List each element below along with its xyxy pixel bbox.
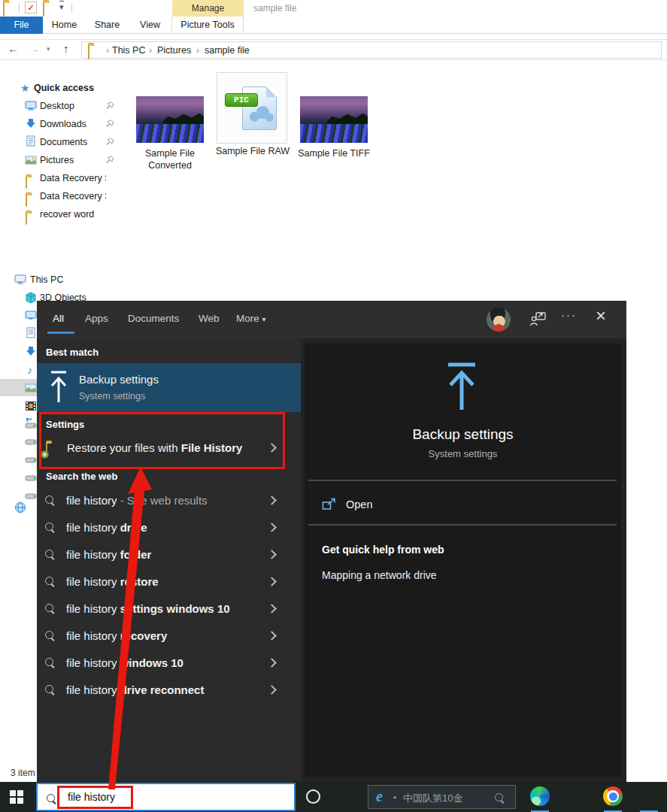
chevron-right-icon — [267, 495, 277, 505]
desktop-icon — [25, 100, 37, 112]
ellipsis-menu-icon[interactable]: ··· — [561, 308, 577, 321]
sidebar-item-data-recovery-1[interactable]: Data Recovery Softw — [0, 169, 119, 187]
tab-view[interactable]: View — [129, 17, 171, 34]
downloads-icon — [25, 118, 37, 130]
search-icon — [45, 495, 54, 504]
tab-picture-tools[interactable]: Picture Tools — [171, 17, 244, 34]
sidebar-item-data-recovery-2[interactable]: Data Recovery Softw — [0, 187, 119, 205]
ribbon-tab-bar: File Home Share View Picture Tools — [0, 17, 667, 34]
search-panel-header: All Apps Documents Web More ▾ ··· × — [37, 301, 626, 338]
breadcrumb-pictures[interactable]: Pictures — [157, 45, 191, 56]
chrome-icon[interactable] — [603, 786, 623, 806]
suggestion-prefix: file history — [66, 683, 120, 696]
start-button[interactable] — [10, 790, 23, 804]
search-the-web-header: Search the web — [46, 471, 117, 482]
drive-icon — [25, 472, 37, 484]
web-suggestion-row[interactable]: file history recovery — [37, 625, 301, 649]
sidebar-item-label: This PC — [30, 271, 63, 289]
tab-documents[interactable]: Documents — [128, 313, 179, 324]
network-icon — [14, 501, 26, 514]
sidebar-item-label: Desktop — [40, 97, 74, 115]
tab-more[interactable]: More ▾ — [236, 313, 266, 324]
sidebar-item-label: Data Recovery Softw — [40, 169, 106, 187]
local-disk-icon — [25, 417, 37, 429]
qat-properties-check-icon[interactable]: ✓ — [25, 2, 37, 14]
this-pc-icon — [14, 274, 26, 286]
web-suggestion-row[interactable]: file history - See web results — [37, 489, 301, 514]
user-avatar[interactable] — [487, 308, 511, 332]
breadcrumb-this-pc[interactable]: This PC — [112, 45, 145, 56]
pin-icon — [106, 102, 114, 110]
edge-icon[interactable] — [530, 786, 550, 806]
breadcrumb-separator: › — [192, 45, 204, 56]
web-suggestion-row[interactable]: file history drive — [37, 517, 301, 541]
ie-search-widget[interactable]: e ▴ 中国队第10金 — [368, 785, 516, 809]
status-bar-items-count: 3 item — [11, 768, 35, 778]
3d-objects-icon — [25, 292, 37, 304]
back-icon[interactable]: ← — [8, 42, 19, 55]
manage-tab[interactable]: Manage — [172, 0, 244, 17]
sidebar-item-pictures[interactable]: Pictures — [0, 151, 119, 169]
search-icon — [45, 604, 54, 613]
tab-all[interactable]: All — [53, 313, 64, 324]
documents-icon — [25, 327, 37, 339]
recent-locations-chevron-icon[interactable]: ▾ — [47, 45, 50, 53]
pin-icon — [106, 156, 114, 164]
suggestion-suffix: - See web results — [117, 494, 208, 507]
sidebar-item-label: Quick access — [34, 79, 94, 97]
pin-icon — [106, 120, 114, 128]
search-icon — [495, 793, 504, 802]
chevron-right-icon — [267, 577, 277, 586]
web-suggestion-row[interactable]: file history folder — [37, 544, 301, 568]
tab-web[interactable]: Web — [199, 313, 220, 324]
file-item-converted[interactable]: Sample File Converted — [134, 72, 206, 170]
breadcrumb-sample-file[interactable]: sample file — [205, 45, 250, 56]
drive-icon — [25, 436, 37, 448]
qat-folder-icon[interactable] — [3, 3, 5, 17]
search-icon — [47, 794, 56, 803]
up-icon[interactable]: ↑ — [63, 42, 69, 55]
search-icon — [45, 685, 54, 694]
web-suggestion-row[interactable]: file history drive reconnect — [37, 679, 301, 703]
chevron-right-icon — [267, 523, 277, 532]
file-name: Converted — [134, 159, 206, 171]
help-header: Get quick help from web — [322, 544, 444, 556]
suggestion-prefix: file history — [66, 575, 120, 588]
close-icon[interactable]: × — [596, 305, 606, 326]
sidebar-item-downloads[interactable]: Downloads — [0, 115, 119, 133]
suggestion-suffix: restore — [120, 575, 159, 588]
pictures-icon — [25, 382, 37, 394]
sidebar-item-label: Data Recovery Softw — [40, 187, 106, 205]
web-suggestion-row[interactable]: file history windows 10 — [37, 652, 301, 676]
forward-icon[interactable]: → — [29, 42, 40, 55]
preview-title: Backup settings — [305, 426, 621, 443]
breadcrumb[interactable]: › This PC › Pictures › sample file — [81, 41, 662, 59]
suggestion-prefix: file history — [66, 521, 120, 534]
sidebar-item-desktop[interactable]: Desktop — [0, 97, 119, 115]
sidebar-item-recover-word[interactable]: recover word — [0, 205, 119, 223]
tab-file[interactable]: File — [0, 17, 43, 34]
feedback-icon[interactable] — [530, 311, 547, 328]
sidebar-item-documents[interactable]: Documents — [0, 133, 119, 151]
file-name: Sample File RAW — [212, 145, 293, 157]
screen: ✓ ▾ Manage sample file File Home Share V… — [0, 0, 667, 812]
file-item-tiff[interactable]: Sample File TIFF — [298, 72, 370, 170]
best-match-subtitle: System settings — [79, 391, 145, 401]
sidebar-item-label: Downloads — [40, 115, 86, 133]
help-item-mapping-network-drive[interactable]: Mapping a network drive — [322, 569, 437, 581]
open-action[interactable]: Open — [305, 491, 621, 520]
web-suggestion-row[interactable]: file history settings windows 10 — [37, 598, 301, 622]
best-match-result[interactable]: Backup settings System settings — [37, 363, 301, 412]
web-suggestion-row[interactable]: file history restore — [37, 571, 301, 595]
triangle-up-icon: ▴ — [393, 793, 396, 800]
sidebar-item-this-pc[interactable]: This PC — [0, 271, 119, 289]
sidebar-item-quick-access[interactable]: ★ Quick access — [0, 79, 119, 97]
cortana-button[interactable] — [306, 789, 320, 804]
tab-share[interactable]: Share — [86, 17, 129, 34]
sidebar-item-label: Documents — [40, 133, 87, 151]
qat-customize-chevron-icon[interactable]: ▾ — [59, 1, 64, 13]
tab-apps[interactable]: Apps — [85, 313, 108, 324]
tab-home[interactable]: Home — [43, 17, 86, 34]
qat-new-folder-icon[interactable] — [43, 3, 44, 17]
suggestion-prefix: file history — [66, 629, 120, 642]
